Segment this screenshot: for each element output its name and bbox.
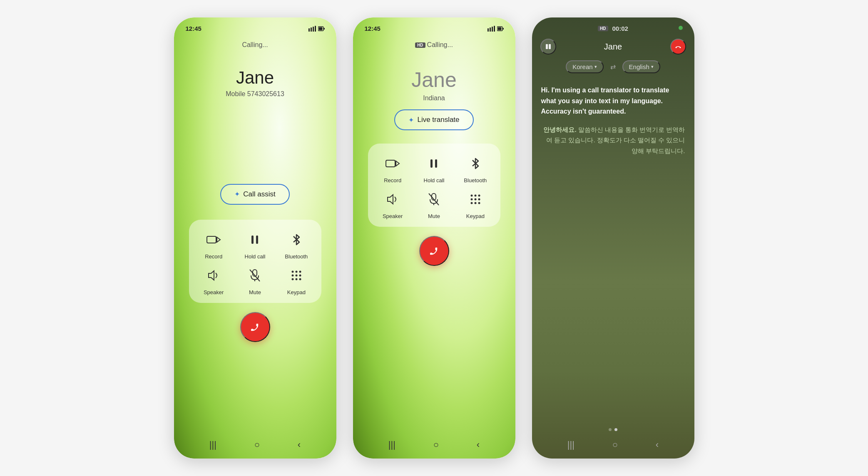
speaker-button-2[interactable]: Speaker: [372, 188, 413, 219]
calling-text-2: Calling...: [427, 41, 453, 48]
keypad-label-2: Keypad: [466, 213, 485, 219]
svg-rect-2: [313, 27, 314, 32]
battery-icon: [318, 26, 325, 32]
hold-svg: [249, 234, 261, 245]
sparkle-icon-2: ✦: [408, 116, 414, 124]
record-label-1: Record: [205, 253, 222, 260]
call-assist-wrapper: ✦ Call assist: [174, 184, 336, 212]
bluetooth-icon-2: [465, 153, 486, 174]
lang-from-label: Korean: [572, 63, 592, 70]
speaker-svg: [207, 270, 220, 281]
caller-info-2: Jane Indiana: [353, 49, 515, 102]
nav-recent-3[interactable]: |||: [567, 439, 575, 450]
end-call-button-2[interactable]: [419, 236, 449, 266]
live-translate-button[interactable]: ✦ Live translate: [394, 109, 473, 130]
mute-button-1[interactable]: Mute: [234, 265, 276, 295]
speaker-svg-2: [386, 193, 399, 205]
svg-point-15: [291, 270, 293, 273]
lang-from-button[interactable]: Korean ▾: [566, 60, 603, 73]
svg-marker-8: [217, 237, 220, 242]
speaker-button-1[interactable]: Speaker: [193, 265, 234, 295]
nav-back-1[interactable]: ‹: [298, 439, 301, 450]
keypad-button-1[interactable]: Keypad: [276, 265, 317, 295]
bluetooth-label-2: Bluetooth: [464, 177, 487, 183]
nav-home-2[interactable]: ○: [433, 439, 439, 450]
end-call-icon-2: [428, 244, 441, 258]
end-call-icon-3: [674, 43, 682, 50]
svg-rect-26: [492, 27, 493, 32]
green-dot: [679, 26, 683, 30]
hold-button-1[interactable]: Hold call: [234, 229, 276, 260]
nav-recent-2[interactable]: |||: [388, 439, 395, 450]
calling-area-2: HDCalling...: [353, 35, 515, 49]
record-button-1[interactable]: Record: [193, 229, 234, 260]
keypad-label-1: Keypad: [287, 289, 306, 295]
controls-area-1: Record Hold call: [174, 212, 336, 303]
bluetooth-svg: [292, 233, 301, 246]
svg-point-46: [474, 202, 476, 204]
english-message: Hi. I'm using a call translator to trans…: [541, 85, 685, 117]
end-call-button-3[interactable]: [670, 39, 686, 55]
dot-1: [609, 428, 612, 431]
speaker-label-1: Speaker: [204, 289, 224, 295]
svg-rect-49: [549, 44, 551, 49]
record-svg-2: [385, 158, 400, 169]
nav-back-2[interactable]: ‹: [477, 439, 480, 450]
nav-recent-1[interactable]: |||: [209, 439, 216, 450]
svg-rect-33: [430, 159, 433, 168]
dot-2: [614, 428, 617, 431]
bluetooth-button-1[interactable]: Bluetooth: [276, 229, 317, 260]
nav-back-3[interactable]: ‹: [656, 439, 659, 450]
svg-marker-32: [396, 161, 399, 166]
record-icon-1: [203, 229, 224, 250]
bottom-nav-1: ||| ○ ‹: [174, 434, 336, 459]
bluetooth-icon-1: [286, 229, 307, 250]
nav-home-3[interactable]: ○: [612, 439, 618, 450]
nav-home-1[interactable]: ○: [254, 439, 260, 450]
svg-point-18: [291, 274, 293, 276]
swap-icon[interactable]: ⇄: [610, 63, 616, 71]
wifi-icon: [308, 26, 316, 32]
hd-badge-3: HD: [598, 26, 608, 31]
english-message-bold: Hi. I'm using a call translator to trans…: [541, 87, 669, 115]
call-assist-button[interactable]: ✦ Call assist: [220, 184, 289, 205]
mute-button-2[interactable]: Mute: [413, 188, 455, 219]
record-button-2[interactable]: Record: [372, 153, 413, 183]
caller-name-1: Jane: [174, 68, 336, 88]
bottom-nav-2: ||| ○ ‹: [353, 434, 515, 459]
status-bar-3: HD 00:02: [532, 17, 694, 36]
back-button-3[interactable]: [540, 39, 556, 55]
end-call-area-1: [174, 303, 336, 349]
hold-button-2[interactable]: Hold call: [413, 153, 455, 183]
bluetooth-button-2[interactable]: Bluetooth: [455, 153, 496, 183]
sparkle-icon: ✦: [234, 190, 240, 198]
call-header-3: Jane: [532, 36, 694, 57]
phone-3: HD 00:02 Jane Korean: [532, 17, 694, 459]
svg-rect-1: [311, 27, 312, 32]
end-call-button-1[interactable]: [240, 312, 270, 342]
svg-rect-7: [207, 236, 216, 243]
record-svg: [206, 234, 221, 245]
svg-point-45: [470, 202, 473, 204]
controls-area-2: Record Hold call: [353, 136, 515, 227]
svg-rect-27: [494, 26, 495, 32]
lang-to-button[interactable]: English ▾: [622, 60, 660, 73]
svg-rect-29: [502, 28, 504, 30]
svg-point-40: [474, 195, 476, 197]
status-time-1: 12:45: [186, 25, 201, 32]
keypad-svg-2: [469, 193, 482, 206]
caller-name-3: Jane: [604, 42, 622, 52]
svg-rect-6: [318, 27, 322, 30]
lang-to-label: English: [629, 63, 649, 70]
speaker-label-2: Speaker: [383, 213, 403, 219]
hold-icon-1: [244, 229, 266, 250]
svg-rect-24: [487, 28, 489, 32]
record-label-2: Record: [384, 177, 401, 183]
bluetooth-svg-2: [471, 157, 480, 170]
status-bar-2: 12:45: [353, 17, 515, 35]
keypad-button-2[interactable]: Keypad: [455, 188, 496, 219]
wifi-icon-2: [487, 26, 495, 32]
hd-badge-2: HD: [415, 42, 425, 48]
chevron-down-icon-from: ▾: [594, 64, 597, 69]
svg-point-17: [299, 270, 301, 273]
